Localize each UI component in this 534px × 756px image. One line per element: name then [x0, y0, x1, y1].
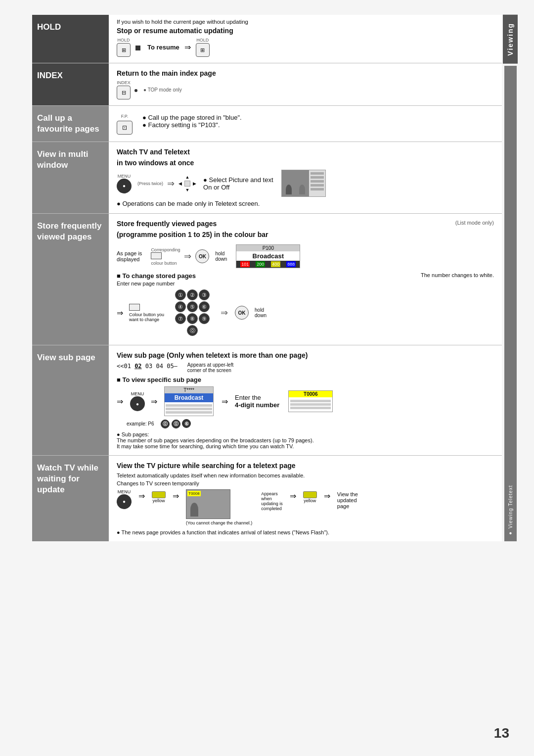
press-twice-label: (Press twice)	[137, 181, 163, 186]
dot-icon-index	[134, 86, 139, 94]
to-resume-text: To resume	[147, 44, 179, 51]
broadcast2-title: Broadcast	[165, 393, 213, 402]
t-box-line1	[166, 404, 212, 407]
news-note: ● The news page provides a function that…	[117, 529, 494, 535]
subpage-label: View sub page	[32, 345, 109, 455]
t-box-line3	[166, 411, 212, 414]
t-box-lines	[165, 402, 213, 416]
menu-button2[interactable]: ●	[130, 396, 145, 411]
hold-icon1-label: HOLD	[117, 38, 130, 43]
bar-item-1: 101	[240, 261, 250, 267]
tv-still-group: T0008 (You cannot change the channel.)	[186, 489, 252, 525]
when-label: when	[261, 496, 283, 501]
to-change-header: ■ To change stored pages The number chan…	[117, 272, 494, 280]
updated-text: updated	[337, 497, 358, 503]
hold-down2-label: hold down	[255, 307, 267, 318]
num-0[interactable]: ⓪	[187, 325, 198, 336]
arrow-right-2: ⇒	[167, 178, 175, 189]
arrow-right-11: ⇒	[290, 491, 296, 501]
page-wrapper: HOLD If you wish to hold the current pag…	[0, 0, 534, 756]
tv-line4	[311, 184, 324, 187]
subpage-section: View sub page View sub page (Only when t…	[32, 345, 502, 456]
arrow-right-9: ⇒	[138, 491, 145, 501]
menu-label: MENU	[118, 174, 131, 179]
index-top-mode: ● TOP mode only	[143, 87, 182, 93]
hold-resume-row: HOLD ⊞ To resume ⇒ HOLD ⊞	[117, 38, 494, 57]
subpage-bar-text: <<01 02 03 04 05—	[117, 362, 178, 370]
want-to-change-label: want to change	[129, 317, 164, 322]
num-6[interactable]: ⑥	[199, 301, 210, 312]
menu-group-watchtv: MENU ●	[117, 489, 132, 509]
favourite-content: F.P. ⊡ ● Call up the page stored in "blu…	[109, 106, 502, 142]
appears-label: Appears	[261, 491, 283, 496]
fp-row: F.P. ⊡ ● Call up the page stored in "blu…	[117, 114, 494, 135]
arrow-right-10: ⇒	[173, 491, 179, 501]
as-page-label: As page is	[117, 250, 142, 256]
store-section: Store frequently viewed pages Store freq…	[32, 214, 502, 345]
hold-icon1: ⊞	[117, 43, 131, 57]
change-row: ⇒ Colour button you want to change ① ② ③…	[117, 289, 494, 336]
num-4[interactable]: ④	[175, 301, 186, 312]
enter-digit-label: Enter the	[235, 394, 279, 401]
fp-notes: ● Call up the page stored in "blue". ● F…	[142, 114, 242, 129]
select-text-block: ● Select Picture and text On or Off	[203, 176, 273, 191]
displayed-label: displayed	[117, 256, 142, 262]
example-digits: ⓪ ⓪ ⑥	[161, 420, 191, 427]
yellow-button2[interactable]	[303, 491, 317, 498]
num-9[interactable]: ⑨	[199, 313, 210, 324]
fp-note2: ● Factory setting is "P103".	[142, 121, 242, 129]
cannot-change-note: (You cannot change the channel.)	[186, 520, 252, 525]
yellow-button1[interactable]	[152, 491, 166, 498]
hold-label: HOLD	[32, 15, 109, 63]
t0006-line1	[290, 400, 331, 402]
num-1[interactable]: ①	[175, 289, 186, 300]
t-box-header: T****	[165, 387, 213, 393]
multi-window-content: Watch TV and Teletext in two windows at …	[109, 142, 502, 213]
menu-button[interactable]: ●	[117, 179, 132, 193]
yellow-label2: yellow	[304, 498, 316, 503]
ex-digit-0-2: ⓪	[172, 420, 180, 428]
t0006-line2	[290, 403, 331, 406]
multi-menu-row: MENU ● (Press twice) ⇒ ▲ ▼ ◀ ▶	[117, 170, 494, 197]
t0006-box: T0006	[288, 390, 333, 412]
view-updated-group: View the updated page	[337, 491, 358, 509]
favourite-section: Call up a favourite pages F.P. ⊡ ● Call …	[32, 106, 502, 142]
ok-button-store[interactable]: OK	[195, 249, 209, 263]
to-change-title: ■ To change stored pages	[117, 272, 196, 280]
updating-label: updating is	[261, 501, 283, 506]
ok-button-change[interactable]: OK	[235, 306, 249, 320]
on-off-text: On or Off	[203, 184, 273, 191]
multi-window-section: View in multi window Watch TV and Telete…	[32, 142, 502, 214]
hold-icon2-label: HOLD	[196, 38, 209, 43]
colour-btn-label: Colour button you	[129, 312, 164, 317]
example-label: example: P6	[127, 421, 154, 426]
number-changes-note: The number changes to white.	[421, 272, 494, 280]
index-content: Return to the main index page INDEX ⊟ ● …	[109, 63, 502, 105]
t-box-line2	[166, 408, 212, 410]
t0006-line3	[290, 407, 331, 409]
num-5[interactable]: ⑤	[187, 301, 198, 312]
menu-button3[interactable]: ●	[117, 494, 132, 509]
t0006-header: T0006	[289, 391, 332, 397]
nav-cross: ▲ ▼ ◀ ▶	[178, 175, 196, 192]
hold-title: Stop or resume automatic updating	[117, 27, 494, 35]
appears-group: Appears when updating is completed	[261, 491, 283, 511]
watch-tv-label: Watch TV while waiting for update	[32, 456, 109, 541]
tv-text-area	[309, 170, 325, 196]
corner-text: corner of the screen	[187, 368, 233, 373]
num-7[interactable]: ⑦	[175, 313, 186, 324]
colour-btn-change: Colour button you want to change	[129, 304, 164, 322]
subpage-bar-row: <<01 02 03 04 05— Appears at upper-left …	[117, 362, 494, 373]
viewing-tab: Viewing	[503, 15, 518, 64]
arrow-right-5: ⇒	[221, 307, 228, 318]
num-2[interactable]: ②	[187, 289, 198, 300]
arrow-right-6: ⇒	[117, 397, 123, 406]
index-title: Return to the main index page	[117, 69, 494, 77]
to-view-title: ■ To view specific sub page	[117, 376, 494, 383]
fp-icon: ⊡	[117, 121, 133, 135]
num-8[interactable]: ⑧	[187, 313, 198, 324]
broadcast-bar: 101 200 400 888	[236, 261, 300, 268]
page-number: 13	[494, 725, 509, 741]
nav-left-arrow: ◀	[178, 181, 182, 186]
num-3[interactable]: ③	[199, 289, 210, 300]
